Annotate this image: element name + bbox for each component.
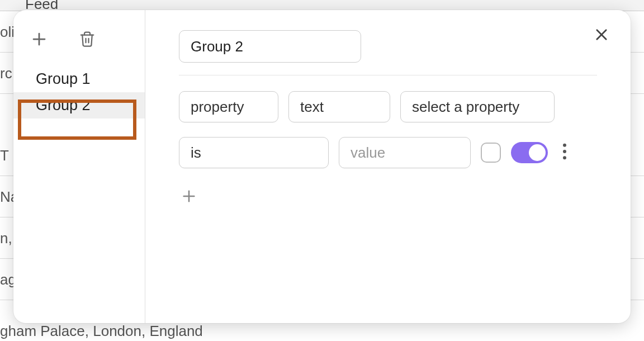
operator-dropdown[interactable]: is — [179, 137, 329, 168]
plus-icon — [31, 31, 48, 48]
add-group-button[interactable] — [29, 29, 49, 49]
select-property-dropdown[interactable]: select a property — [400, 91, 555, 122]
delete-group-button[interactable] — [77, 29, 97, 49]
add-rule-button[interactable] — [179, 186, 199, 206]
groups-modal: Group 1 Group 2 property text select a p… — [13, 10, 631, 323]
bg-bottom-text: gham Palace, London, England — [0, 323, 203, 340]
groups-sidebar: Group 1 Group 2 — [13, 10, 145, 323]
plus-icon — [181, 188, 197, 204]
rule-checkbox[interactable] — [481, 143, 501, 163]
divider — [179, 75, 597, 75]
bg-row-text: n, — [0, 230, 12, 247]
value-input[interactable] — [351, 144, 459, 162]
svg-point-8 — [563, 156, 566, 159]
rule-more-button[interactable] — [558, 141, 571, 164]
type-dropdown[interactable]: text — [288, 91, 390, 122]
bg-row-text: rc — [0, 65, 12, 82]
more-vertical-icon — [562, 143, 567, 160]
chip-label: text — [300, 98, 324, 116]
rule-row: property text select a property — [179, 91, 597, 122]
value-input-wrapper[interactable] — [339, 137, 471, 168]
svg-point-6 — [563, 144, 566, 147]
bg-row-text: T — [0, 147, 9, 164]
group-editor: property text select a property is — [145, 10, 631, 323]
trash-icon — [79, 30, 96, 48]
sidebar-item-group[interactable]: Group 1 — [13, 66, 145, 92]
background-header: Feed — [0, 0, 644, 11]
property-dropdown[interactable]: property — [179, 91, 278, 122]
chip-label: property — [191, 98, 244, 116]
chip-label: is — [191, 144, 201, 162]
svg-point-7 — [563, 150, 566, 153]
rule-toggle[interactable] — [511, 142, 548, 163]
bg-row-text: oli — [0, 23, 15, 41]
group-name-input[interactable] — [179, 30, 361, 63]
rule-row: is — [179, 137, 597, 168]
chip-label: select a property — [412, 98, 519, 116]
sidebar-item-group[interactable]: Group 2 — [13, 92, 145, 119]
